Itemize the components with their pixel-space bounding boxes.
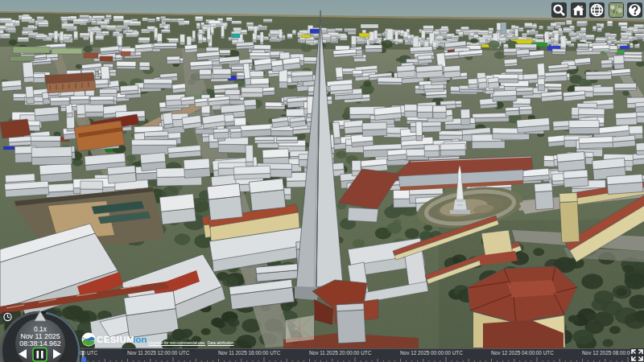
svg-text:08:38:14.962: 08:38:14.962 xyxy=(19,339,60,348)
